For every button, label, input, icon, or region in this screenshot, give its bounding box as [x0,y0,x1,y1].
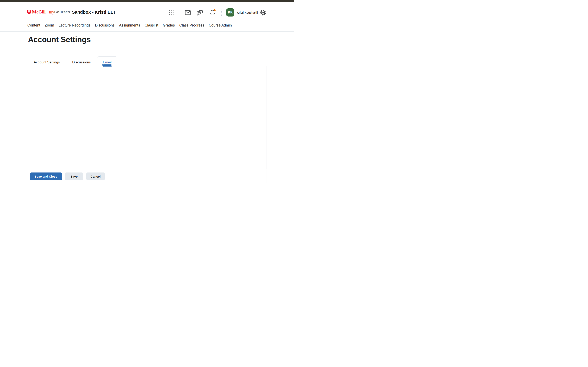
tab-email[interactable]: Email [97,57,117,67]
cancel-button[interactable]: Cancel [86,173,105,180]
mcgill-shield-icon [27,9,31,15]
app-header: McGill myCourses Sandbox - Kristi ELT [0,2,294,19]
notifications-bell-icon[interactable] [209,9,216,16]
nav-item-course-admin[interactable]: Course Admin [209,23,232,27]
email-icon[interactable] [185,10,191,15]
nav-item-content[interactable]: Content [27,23,40,27]
logo-mcgill-text: McGill [32,9,45,15]
logo-divider [47,8,47,16]
email-settings-panel [28,66,267,184]
course-title[interactable]: Sandbox - Kristi ELT [72,9,116,15]
logo-courses-text: Courses [54,10,70,14]
notification-badge [214,9,216,11]
header-dotted-separator [221,9,222,16]
waffle-menu-icon[interactable] [169,10,175,15]
chat-icon[interactable] [197,10,203,16]
nav-item-lecture-recordings[interactable]: Lecture Recordings [59,23,90,27]
nav-item-grades[interactable]: Grades [163,23,175,27]
nav-item-discussions[interactable]: Discussions [95,23,114,27]
page-title: Account Settings [28,35,91,44]
avatar[interactable]: KK [226,8,234,17]
avatar-initials: KK [228,11,233,14]
nav-item-zoom[interactable]: Zoom [45,23,54,27]
os-top-strip [0,0,294,2]
tab-account-settings[interactable]: Account Settings [34,60,60,64]
tab-discussions[interactable]: Discussions [72,60,91,64]
sticky-action-footer: Save and Close Save Cancel [0,169,294,184]
nav-item-assignments[interactable]: Assignments [119,23,140,27]
save-button[interactable]: Save [65,173,83,180]
active-tab-indicator [103,64,112,66]
tab-email-label: Email [103,60,112,64]
course-navbar: Content Zoom Lecture Recordings Discussi… [0,19,294,32]
gear-icon[interactable] [260,9,266,16]
save-and-close-button[interactable]: Save and Close [30,173,62,180]
mcgill-mycourses-logo[interactable]: McGill myCourses [27,8,70,17]
nav-item-class-progress[interactable]: Class Progress [179,23,204,27]
logo-my-text: my [49,10,54,15]
header-dotted-separator [67,9,67,16]
user-name[interactable]: Kristi Kouchakji [237,11,258,14]
app-window: McGill myCourses Sandbox - Kristi ELT [0,0,294,184]
nav-item-classlist[interactable]: Classlist [145,23,158,27]
